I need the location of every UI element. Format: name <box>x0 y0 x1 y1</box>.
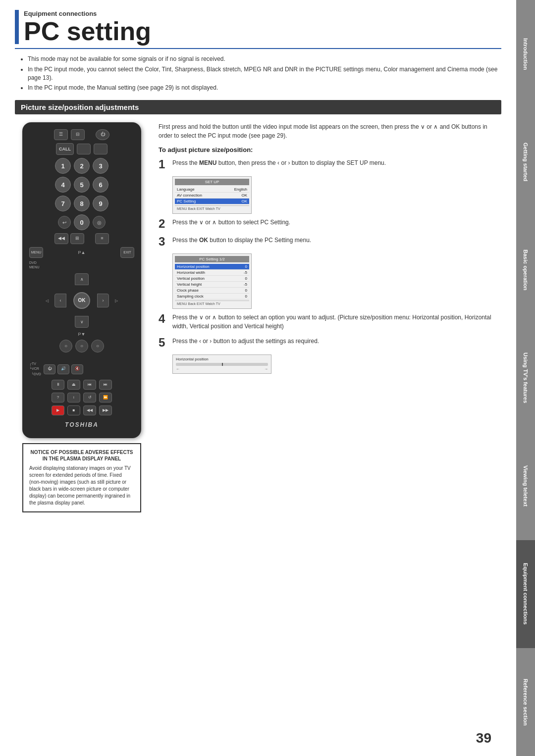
left-column: ☰ ⊟ ⏻ CALL 1 2 3 <box>15 122 149 512</box>
btn-rewind[interactable]: ◀◀ <box>83 405 96 415</box>
screen1-row-1: AV connection OK <box>175 193 249 199</box>
btn-grid[interactable]: ☰ <box>54 129 68 140</box>
btn-eject[interactable]: ⏏ <box>67 380 80 390</box>
step-3-text: Press the OK button to display the PC Se… <box>172 236 501 245</box>
step-5-num: 5 <box>159 337 167 349</box>
position-bar-mock: Horizontal position ← → <box>172 354 271 374</box>
nav-down-button[interactable]: ∨ <box>75 316 89 328</box>
num-row-4: ↩ 0 ◎ <box>29 214 134 230</box>
remote-call-row: CALL <box>29 143 134 155</box>
bullet-list: This mode may not be available for some … <box>20 55 501 92</box>
tv-vcr-dvd-labels: ┌TV └VCR └DVD <box>29 361 41 377</box>
btn-2[interactable]: 2 <box>74 158 90 174</box>
nav-right-button[interactable]: › <box>97 294 109 307</box>
bullet-1: This mode may not be available for some … <box>28 55 501 63</box>
pos-bar-track <box>176 363 268 366</box>
sidebar-item-equipment-connections[interactable]: Equipment connections <box>516 540 535 648</box>
btn-6[interactable]: 6 <box>93 177 108 193</box>
btn-circle[interactable]: ◎ <box>93 216 106 229</box>
sidebar-item-getting-started[interactable]: Getting started <box>516 108 535 216</box>
btn-menu[interactable]: MENU <box>29 247 43 258</box>
step-5-text: Press the ‹ or › button to adjust the se… <box>172 337 501 346</box>
playback-row-1: ⏸ ⏏ ⏮ ⏭ <box>29 380 134 390</box>
btn-5[interactable]: 5 <box>74 177 90 193</box>
btn-circle-1[interactable]: ○ <box>59 340 72 353</box>
notice-title: NOTICE OF POSSIBLE ADVERSE EFFECTS IN TH… <box>29 449 134 462</box>
intro-text: First press and hold the button until th… <box>159 122 501 140</box>
btn-prev[interactable]: ⏮ <box>83 380 96 390</box>
step-1: 1 Press the MENU button, then press the … <box>159 158 501 170</box>
btn-stop[interactable]: ■ <box>67 405 80 415</box>
screen1-row-0: Language English <box>175 187 249 193</box>
nav-up-button[interactable]: ∧ <box>75 273 89 285</box>
btn-repeat[interactable]: ↺ <box>83 393 96 403</box>
btn-9[interactable]: 9 <box>93 196 108 211</box>
sidebar-item-viewing-teletext[interactable]: Viewing teletext <box>516 432 535 540</box>
btn-mute[interactable]: 🔇 <box>71 364 83 374</box>
bullet-3: In the PC input mode, the Manual setting… <box>28 84 501 92</box>
screen2-header: PC Setting 1/2 <box>175 256 249 262</box>
btn-call[interactable]: CALL <box>56 143 74 155</box>
btn-ff[interactable]: ▶▶ <box>99 405 112 415</box>
sidebar-item-reference-section[interactable]: Reference section <box>516 648 535 756</box>
btn-vol-circle[interactable]: 🔊 <box>57 364 69 374</box>
btn-pause[interactable]: ⏸ <box>52 380 64 390</box>
p-down-row: P▼ <box>29 332 134 337</box>
btn-slow[interactable]: ⏩ <box>99 393 112 403</box>
btn-0[interactable]: 0 <box>74 214 90 230</box>
btn-3[interactable]: 3 <box>93 158 108 174</box>
btn-help[interactable]: ? <box>52 393 64 403</box>
screen2-row-2: Vertical position 0 <box>175 276 249 282</box>
btn-4[interactable]: 4 <box>55 177 71 193</box>
brand-logo: TOSHIBA <box>65 421 99 428</box>
nav-left-button[interactable]: ‹ <box>54 294 66 307</box>
btn-ch-up[interactable]: ⊞ <box>70 233 84 244</box>
step-1-text: Press the MENU button, then press the ‹ … <box>172 158 501 167</box>
sidebar-item-using-tvs-features[interactable]: Using TV's features <box>516 324 535 432</box>
btn-blank1[interactable] <box>77 144 91 154</box>
btn-7[interactable]: 7 <box>55 196 71 211</box>
screen1-footer: MENU Back EXIT Watch TV <box>175 205 249 211</box>
menu-exit-row: MENU P▲ EXIT <box>29 247 134 258</box>
btn-1[interactable]: 1 <box>55 158 71 174</box>
page-number: 39 <box>476 730 491 746</box>
btn-recall[interactable]: ↩ <box>58 216 71 229</box>
sidebar-item-basic-operation[interactable]: Basic operation <box>516 216 535 324</box>
btn-vol-minus[interactable]: ◀◀ <box>54 233 68 244</box>
btn-power[interactable]: ⏻ <box>96 129 109 140</box>
remote-control: ☰ ⊟ ⏻ CALL 1 2 3 <box>22 122 141 438</box>
tv-vcr-dvd-row: ┌TV └VCR └DVD ⏻ 🔊 🔇 <box>29 361 134 377</box>
header-divider <box>15 48 501 49</box>
notice-body: Avoid displaying stationary images on yo… <box>29 465 134 506</box>
two-col-layout: ☰ ⊟ ⏻ CALL 1 2 3 <box>15 122 501 512</box>
sub-heading: To adjust picture size/position: <box>159 146 501 153</box>
step-1-num: 1 <box>159 158 167 170</box>
step-2: 2 Press the ∨ or ∧ button to select PC S… <box>159 218 501 230</box>
channel-icon: ▷ <box>115 298 118 302</box>
btn-circle-2[interactable]: ○ <box>75 340 88 353</box>
num-row-1: 1 2 3 <box>29 158 134 174</box>
screen2-row-5: Sampling clock 0 <box>175 294 249 300</box>
btn-info[interactable]: i <box>67 393 80 403</box>
btn-8[interactable]: 8 <box>74 196 90 211</box>
screen2-footer: MENU Back EXIT Watch TV <box>175 301 249 306</box>
btn-exit[interactable]: EXIT <box>120 247 134 258</box>
remote-top-row: ☰ ⊟ ⏻ <box>29 129 134 140</box>
btn-play[interactable]: ▶ <box>52 405 64 415</box>
pos-bar-label: Horizontal position <box>176 357 268 361</box>
screen2-row-0: Horizontal position 0 <box>175 264 249 270</box>
btn-next[interactable]: ⏭ <box>99 380 112 390</box>
step-4: 4 Press the ∨ or ∧ button to select an o… <box>159 313 501 331</box>
sidebar-item-introduction[interactable]: Introduction <box>516 0 535 108</box>
btn-subtitles[interactable]: ⊟ <box>71 129 85 140</box>
section-label: Equipment connections <box>24 10 501 17</box>
screen2-mock: PC Setting 1/2 Horizontal position 0 Hor… <box>172 253 252 309</box>
btn-blank2[interactable] <box>94 144 107 154</box>
btn-text[interactable]: ≡ <box>95 233 109 244</box>
screen1-header: SET UP <box>175 179 249 185</box>
screen2-row-3: Vertical height -5 <box>175 282 249 288</box>
btn-circle-3[interactable]: ○ <box>91 340 104 353</box>
ok-button[interactable]: OK <box>73 292 90 309</box>
screen2-row-4: Clock phase 0 <box>175 288 249 294</box>
btn-power-tv[interactable]: ⏻ <box>44 364 55 374</box>
